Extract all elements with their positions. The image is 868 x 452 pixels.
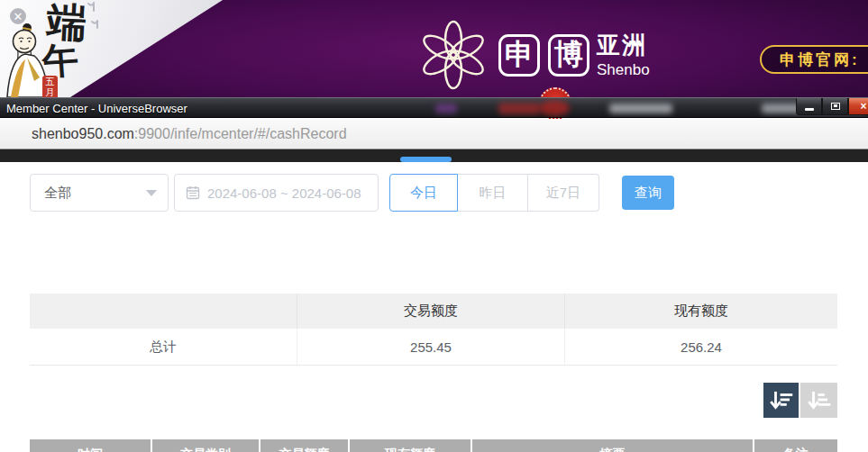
maximize-icon — [831, 103, 840, 110]
brand-char-2: 博 — [548, 34, 589, 77]
window-title: Member Center - UniverseBrowser — [6, 102, 187, 115]
brand-latin: Shenbo — [597, 62, 650, 77]
blurred-nav-blob — [609, 104, 672, 113]
brand-side: 亚洲 Shenbo — [597, 33, 650, 77]
close-icon: ✕ — [14, 10, 23, 23]
search-button[interactable]: 查询 — [622, 176, 674, 210]
sort-ascending-icon — [808, 389, 831, 412]
category-select-value: 全部 — [44, 185, 146, 202]
today-button[interactable]: 今日 — [389, 174, 458, 212]
date-range-input[interactable]: 2024-06-08 ~ 2024-06-08 — [174, 174, 379, 212]
summary-table-header: 交易额度 现有额度 — [30, 294, 837, 329]
records-table-header: 时间 交易类别 交易额度 现有额度 摘要 备注 — [30, 439, 837, 452]
close-window-icon: × — [860, 100, 866, 113]
col-trade-amount: 交易额度 — [260, 439, 350, 452]
brand-logo: 申 博 亚洲 Shenbo — [416, 16, 650, 94]
blurred-seal-blob — [539, 100, 570, 116]
summary-trade-amount: 255.45 — [297, 329, 565, 365]
filter-toolbar: 全部 2024-06-08 ~ 2024-06-08 今日 — [0, 168, 868, 210]
summary-col-trade-amount: 交易额度 — [297, 294, 565, 329]
maximize-button[interactable] — [822, 98, 848, 115]
records-table: 时间 交易类别 交易额度 现有额度 摘要 备注 2024-06-08 05:44… — [30, 439, 837, 452]
sort-descending-icon — [770, 389, 793, 412]
chevron-down-icon — [146, 190, 157, 196]
col-current-amount: 现有额度 — [350, 439, 472, 452]
official-site-pill[interactable]: 申博官网: — [760, 45, 868, 74]
summary-col-current-amount: 现有额度 — [565, 294, 837, 329]
col-summary: 摘要 — [472, 439, 754, 452]
address-bar[interactable]: shenbo950.com:9900/infe/mcenter/#/cashRe… — [0, 119, 868, 149]
col-time: 时间 — [30, 439, 152, 452]
flower-logo-icon — [416, 18, 490, 92]
browser-titlebar[interactable]: Member Center - UniverseBrowser × — [0, 97, 868, 118]
minimize-button[interactable] — [796, 98, 822, 115]
brand-region: 亚洲 — [597, 33, 650, 57]
page-content: 全部 2024-06-08 ~ 2024-06-08 今日 — [0, 149, 868, 452]
col-trade-type: 交易类别 — [152, 439, 260, 452]
window-controls: × — [796, 98, 868, 115]
url-domain: shenbo950.com — [32, 126, 134, 142]
url-path: :9900/infe/mcenter/#/cashRecord — [134, 126, 347, 142]
browser-window: Member Center - UniverseBrowser × shenbo… — [0, 97, 868, 452]
active-tab-indicator — [400, 157, 452, 162]
minimize-icon — [805, 108, 814, 111]
brand-char-1: 申 — [498, 34, 540, 77]
sort-ascending-button[interactable] — [800, 383, 837, 418]
date-range-value: 2024-06-08 ~ 2024-06-08 — [207, 185, 361, 201]
promo-red-seal: 五 月 — [42, 76, 58, 99]
promo-close-button[interactable]: ✕ — [8, 6, 28, 26]
summary-current-amount: 256.24 — [565, 329, 837, 365]
last7days-button[interactable]: 近7日 — [528, 174, 599, 212]
close-window-button[interactable]: × — [848, 98, 868, 115]
summary-table: 交易额度 现有额度 总计 255.45 256.24 — [30, 294, 837, 366]
blurred-nav-blob — [498, 103, 540, 114]
yesterday-button[interactable]: 昨日 — [458, 174, 528, 212]
category-select[interactable]: 全部 — [30, 174, 169, 212]
summary-total-label: 总计 — [30, 329, 297, 365]
summary-total-row: 总计 255.45 256.24 — [30, 329, 837, 366]
screen: 申 博 亚洲 Shenbo 申博官网: 端 午 — [0, 0, 868, 452]
sort-descending-button[interactable] — [763, 383, 799, 418]
seal-line-1: 五 — [42, 77, 58, 87]
summary-col-empty — [30, 294, 297, 329]
quick-date-button-group: 今日 昨日 近7日 — [389, 174, 599, 212]
blurred-nav-blob — [435, 104, 457, 113]
calendar-icon — [186, 185, 200, 200]
sort-toolbar — [763, 383, 837, 418]
page-nav-strip — [0, 149, 868, 162]
col-remark: 备注 — [754, 439, 837, 452]
